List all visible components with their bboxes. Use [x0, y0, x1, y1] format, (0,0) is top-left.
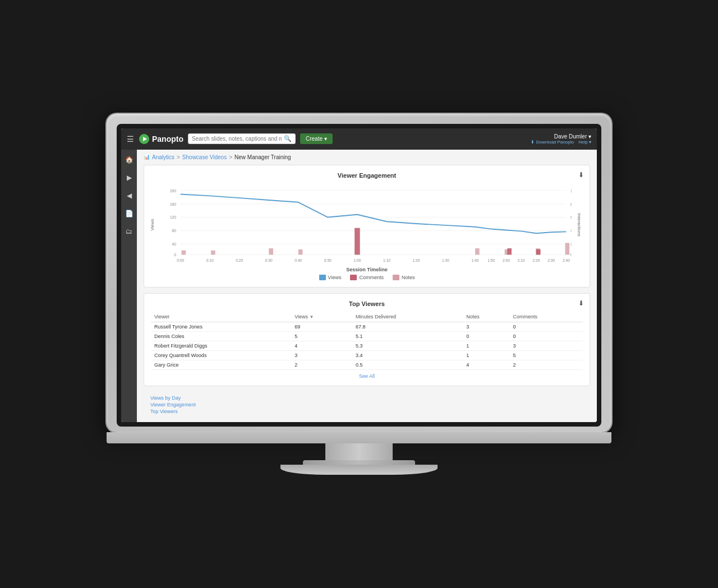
sidebar-video-icon[interactable]: ▶	[123, 172, 135, 183]
x-axis-label: Session Timeline	[151, 267, 583, 272]
sidebar: 🏠 ▶ ◀ 📄 🗂	[121, 150, 137, 422]
monitor-body: ☰ Panopto 🔍	[107, 114, 611, 432]
viewers-download-icon[interactable]: ⬇	[578, 299, 584, 307]
monitor-stand-top	[303, 460, 415, 465]
svg-rect-45	[355, 228, 360, 254]
cell-views: 2	[291, 360, 352, 369]
bottom-nav-top-viewers[interactable]: Top Viewers	[150, 409, 583, 414]
breadcrumb-analytics[interactable]: Analytics	[152, 154, 174, 160]
download-panopto-link[interactable]: ⬇ Download Panopto	[531, 140, 574, 145]
cell-notes: 4	[463, 360, 509, 369]
svg-text:8: 8	[570, 202, 572, 206]
svg-rect-44	[565, 243, 570, 254]
table-container: Viewer Views ▼ Minutes Delivered Notes C…	[151, 312, 583, 379]
viewers-table-body: Russell Tyrone Jones 69 67.8 3 0 Dennis …	[151, 322, 583, 369]
hamburger-icon[interactable]: ☰	[127, 135, 134, 143]
cell-comments: 3	[510, 341, 583, 350]
engagement-chart-svg: 200 160 120 80 40 0 10 8	[164, 183, 572, 265]
bottom-nav-viewer-engagement[interactable]: Viewer Engagement	[150, 402, 583, 408]
bottom-nav: Views by Day Viewer Engagement Top Viewe…	[144, 392, 590, 418]
svg-text:1:00: 1:00	[353, 258, 361, 262]
svg-text:0:10: 0:10	[206, 258, 214, 262]
svg-rect-46	[507, 248, 512, 254]
svg-text:10: 10	[570, 188, 572, 192]
monitor-base	[280, 465, 438, 475]
cell-viewer: Dennis Coles	[151, 331, 291, 341]
top-viewers-table: Viewer Views ▼ Minutes Delivered Notes C…	[151, 312, 583, 370]
svg-text:1:50: 1:50	[487, 258, 495, 262]
legend-notes: Notes	[393, 275, 415, 280]
app-container: ☰ Panopto 🔍	[121, 128, 597, 422]
cell-viewer: Russell Tyrone Jones	[151, 322, 291, 331]
svg-text:160: 160	[170, 202, 176, 206]
logo-area: Panopto	[139, 133, 183, 145]
panopto-logo-icon	[139, 133, 150, 145]
svg-text:2:00: 2:00	[503, 258, 510, 262]
sidebar-doc-icon[interactable]: 📄	[123, 208, 135, 219]
breadcrumb-sep2: >	[229, 154, 232, 160]
search-bar: 🔍	[188, 133, 296, 144]
legend-comments-color	[350, 275, 357, 280]
svg-text:2: 2	[570, 242, 572, 246]
monitor-chin	[107, 432, 611, 443]
svg-rect-47	[536, 249, 541, 254]
cell-viewer: Robert Fitzgerald Diggs	[151, 341, 291, 350]
top-viewers-title: Top Viewers	[151, 300, 583, 307]
engagement-card-title: Viewer Engagement	[151, 172, 583, 179]
cell-minutes: 3.4	[352, 350, 463, 360]
create-button[interactable]: Create ▾	[300, 133, 333, 144]
svg-text:0:40: 0:40	[294, 258, 302, 262]
col-viewer: Viewer	[151, 312, 291, 322]
sidebar-home-icon[interactable]: 🏠	[123, 154, 135, 165]
table-row: Gary Grice 2 0.5 4 2	[151, 360, 583, 369]
cell-views: 69	[291, 322, 352, 331]
sidebar-share-icon[interactable]: ◀	[123, 190, 135, 201]
svg-rect-38	[211, 250, 215, 254]
col-comments: Comments	[510, 312, 583, 322]
bottom-nav-views-by-day[interactable]: Views by Day	[150, 395, 583, 401]
breadcrumb-sep1: >	[177, 154, 180, 160]
svg-text:1:30: 1:30	[442, 258, 449, 262]
see-all-link[interactable]: See All	[151, 373, 583, 379]
legend-views-color	[319, 275, 326, 280]
cell-comments: 2	[510, 360, 583, 369]
content-area: 📊 Analytics > Showcase Videos > New Mana…	[137, 150, 597, 422]
breadcrumb-analytics-icon: 📊	[144, 154, 150, 160]
cell-minutes: 5.3	[352, 341, 463, 350]
search-icon[interactable]: 🔍	[284, 135, 292, 142]
cell-notes: 1	[463, 341, 509, 350]
chart-legend: Views Comments Notes	[151, 275, 583, 280]
search-input[interactable]	[192, 136, 282, 142]
user-name[interactable]: Dave Dumler ▾	[554, 133, 591, 140]
col-minutes: Minutes Delivered	[352, 312, 463, 322]
table-row: Russell Tyrone Jones 69 67.8 3 0	[151, 322, 583, 331]
svg-rect-37	[182, 250, 186, 254]
svg-text:80: 80	[172, 229, 177, 233]
col-views[interactable]: Views ▼	[291, 312, 352, 322]
cell-comments: 5	[510, 350, 583, 360]
breadcrumb-showcase[interactable]: Showcase Videos	[182, 154, 227, 160]
engagement-download-icon[interactable]: ⬇	[578, 171, 584, 179]
help-link[interactable]: Help ▾	[578, 140, 591, 145]
y-axis-interactions-label: Interactions	[577, 213, 582, 236]
svg-text:0:30: 0:30	[265, 258, 273, 262]
sidebar-folder-icon[interactable]: 🗂	[123, 226, 135, 237]
svg-text:1:20: 1:20	[412, 258, 420, 262]
legend-views-label: Views	[328, 275, 342, 280]
cell-viewer: Corey Quantrell Woods	[151, 350, 291, 360]
legend-notes-label: Notes	[402, 275, 415, 280]
monitor-wrapper: ☰ Panopto 🔍	[107, 114, 611, 475]
logo-text: Panopto	[152, 135, 183, 143]
svg-text:40: 40	[172, 242, 177, 246]
svg-text:0:20: 0:20	[236, 258, 243, 262]
cell-views: 4	[291, 341, 352, 350]
nav-actions: ⬇ Download Panopto Help ▾	[531, 140, 591, 145]
breadcrumb: 📊 Analytics > Showcase Videos > New Mana…	[144, 154, 590, 160]
legend-comments: Comments	[350, 275, 384, 280]
svg-text:6: 6	[570, 215, 572, 219]
y-axis-views-label: Views	[150, 219, 155, 230]
breadcrumb-current: New Manager Training	[234, 154, 291, 160]
legend-notes-color	[393, 275, 399, 280]
svg-text:0:00: 0:00	[177, 258, 184, 262]
svg-text:2:40: 2:40	[563, 258, 570, 262]
